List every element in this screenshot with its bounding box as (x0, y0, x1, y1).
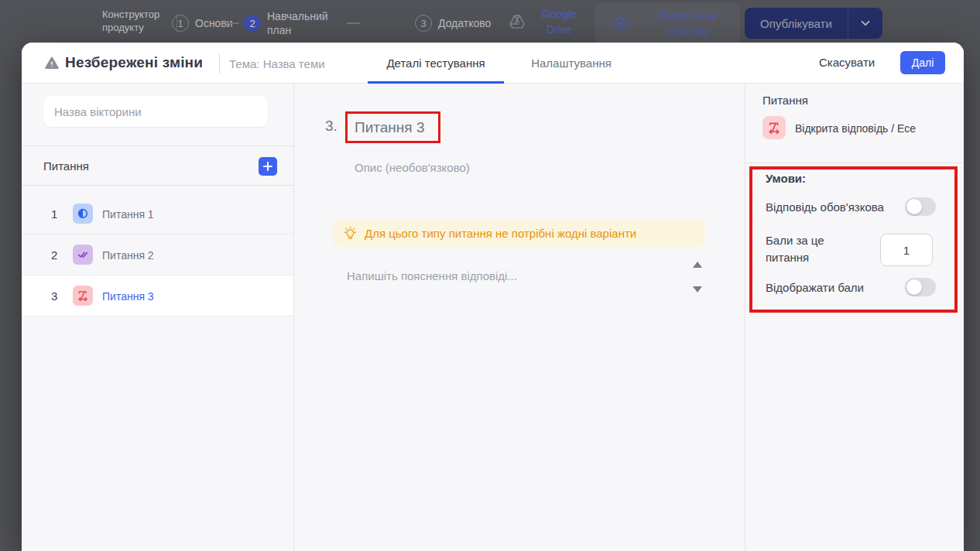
scroll-up-arrow-icon[interactable] (693, 262, 702, 268)
topic-subtitle: Тема: Назва теми (229, 57, 325, 70)
tip-banner: Для цього типу питання не потрібні жодні… (333, 219, 705, 247)
annotation-box-question-title: Питання 3 (345, 111, 440, 143)
question-list: 1 Питання 1 2 (22, 193, 293, 317)
single-choice-icon (73, 204, 93, 224)
step-number-badge: 3 (415, 15, 432, 32)
question-editor: 3. Питання 3 Опис (необов'язково) Для ць… (294, 84, 745, 551)
question-number: 3 (51, 289, 57, 303)
question-settings-panel: Питання Відкрита відповідь / Есе Умови: … (745, 84, 964, 551)
unsaved-changes-title: Незбережені зміни (65, 54, 203, 71)
modal-body: Питання 1 (22, 84, 964, 551)
panel-divider (745, 163, 964, 163)
show-points-label: Відображати бали (766, 281, 864, 294)
save-draft-button[interactable]: Зберегти як чернетку (595, 3, 740, 43)
description-field[interactable]: Опис (необов'язково) (355, 161, 470, 174)
step-curriculum[interactable]: 2 Навчальний план (244, 0, 341, 46)
add-question-button[interactable] (259, 157, 277, 176)
modal-header: Незбережені зміни Тема: Назва теми Детал… (22, 43, 964, 84)
publish-label: Опублікувати (745, 17, 848, 30)
question-number: 2 (51, 248, 57, 262)
step-number-badge-active: 2 (244, 15, 261, 32)
question-title-field[interactable]: Питання 3 (355, 119, 424, 136)
required-answer-label: Відповідь обов'язкова (766, 200, 884, 214)
question-list-item-1[interactable]: 1 Питання 1 (22, 193, 293, 234)
question-label: Питання 1 (102, 208, 154, 221)
points-input[interactable] (880, 234, 933, 266)
required-answer-toggle[interactable] (905, 197, 936, 216)
toggle-knob (906, 199, 922, 214)
header-divider (219, 53, 220, 74)
question-label: Питання 3 (102, 290, 154, 303)
step-connector (226, 22, 239, 24)
publish-split-button[interactable]: Опублікувати (745, 8, 882, 39)
question-type-label: Відкрита відповідь / Есе (795, 122, 916, 135)
scroll-down-arrow-icon[interactable] (693, 286, 702, 293)
show-points-toggle[interactable] (905, 278, 936, 296)
questions-header-label: Питання (43, 159, 89, 173)
cancel-button[interactable]: Скасувати (819, 56, 875, 69)
tab-settings[interactable]: Налаштування (525, 43, 618, 84)
google-drive-icon (507, 12, 527, 31)
question-list-item-3[interactable]: 3 Питання 3 (22, 276, 293, 317)
question-list-item-2[interactable]: 2 Питання 2 (22, 234, 293, 276)
warning-icon (44, 56, 60, 70)
cloud-upload-icon (610, 13, 632, 33)
question-index: 3. (325, 118, 338, 135)
open-answer-icon (762, 116, 786, 139)
step-number-badge: 1 (172, 15, 189, 32)
question-label: Питання 2 (102, 249, 154, 262)
next-button[interactable]: Далі (900, 51, 945, 74)
step-label: Додатково (438, 16, 491, 30)
step-additional[interactable]: 3 Додатково (415, 0, 491, 46)
conditions-title: Умови: (766, 172, 806, 185)
step-connector (347, 22, 360, 24)
multiple-choice-icon (73, 245, 93, 265)
app-title: Конструктор продукту (102, 8, 176, 34)
quiz-name-input[interactable] (43, 96, 268, 127)
publish-dropdown-toggle[interactable] (848, 16, 882, 30)
explanation-field[interactable]: Напишіть пояснення відповіді... (347, 269, 517, 282)
google-drive-label: Google Drive (535, 6, 583, 37)
quiz-builder-modal: Незбережені зміни Тема: Назва теми Детал… (22, 43, 964, 551)
questions-sidebar: Питання 1 (22, 84, 294, 551)
toggle-knob (906, 279, 922, 295)
chevron-down-icon (858, 16, 872, 30)
tip-text: Для цього типу питання не потрібні жодні… (365, 227, 636, 240)
tab-test-details[interactable]: Деталі тестування (368, 43, 504, 84)
question-number: 1 (51, 207, 57, 221)
save-draft-label: Зберегти як чернетку (641, 8, 734, 39)
app-topbar: Конструктор продукту 1 Основи 2 Навчальн… (0, 0, 980, 46)
plus-icon (262, 161, 273, 172)
step-basics[interactable]: 1 Основи (172, 0, 233, 46)
lightbulb-icon (343, 226, 358, 241)
questions-section-header: Питання (22, 145, 293, 186)
open-answer-icon (73, 286, 93, 306)
step-label: Навчальний план (267, 9, 341, 37)
points-label: Бали за це питання (766, 232, 857, 266)
panel-title: Питання (762, 94, 808, 107)
google-drive-button[interactable]: Google Drive (507, 6, 583, 37)
